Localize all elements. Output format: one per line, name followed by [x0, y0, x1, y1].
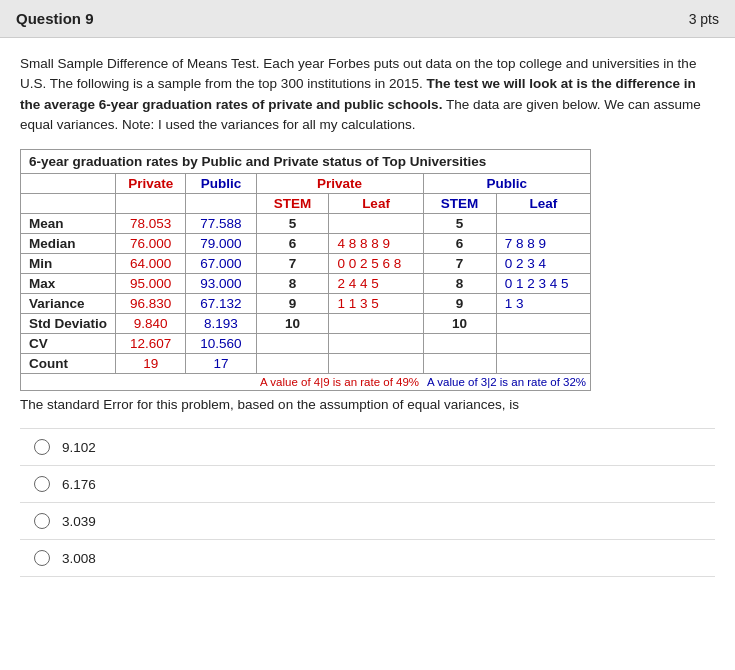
se-text: The standard Error for this problem, bas… [20, 397, 715, 412]
stem-private [256, 354, 329, 374]
stem-private: 10 [256, 314, 329, 334]
options-list: 9.1026.1763.0393.008 [20, 428, 715, 577]
leaf-header-public: Leaf [496, 194, 590, 214]
leaf-private [329, 334, 423, 354]
stat-label: Mean [21, 214, 116, 234]
stem-header-public: STEM [423, 194, 496, 214]
question-text: Small Sample Difference of Means Test. E… [20, 54, 715, 135]
stat-public: 10.560 [186, 334, 256, 354]
stat-label: Variance [21, 294, 116, 314]
leaf-private: 0 0 2 5 6 8 [329, 254, 423, 274]
leaf-private: 2 4 4 5 [329, 274, 423, 294]
note-private: A value of 4|9 is an rate of 49% [256, 374, 423, 391]
stat-label: Count [21, 354, 116, 374]
stat-private: 76.000 [116, 234, 186, 254]
radio-circle-3[interactable] [34, 550, 50, 566]
note-row: A value of 4|9 is an rate of 49% A value… [21, 374, 591, 391]
leaf-private [329, 314, 423, 334]
option-label-1: 6.176 [62, 477, 96, 492]
option-label-3: 3.008 [62, 551, 96, 566]
stat-label: CV [21, 334, 116, 354]
leaf-public: 7 8 8 9 [496, 234, 590, 254]
col-header-public-sl: Public [423, 174, 590, 194]
leaf-private [329, 354, 423, 374]
col-header-private-sl: Private [256, 174, 423, 194]
note-public: A value of 3|2 is an rate of 32% [423, 374, 590, 391]
stem-public: 10 [423, 314, 496, 334]
leaf-public [496, 214, 590, 234]
stat-private: 19 [116, 354, 186, 374]
option-item-2[interactable]: 3.039 [20, 503, 715, 540]
table-row: Variance96.83067.13291 1 3 591 3 [21, 294, 591, 314]
stem-public: 5 [423, 214, 496, 234]
stat-label: Min [21, 254, 116, 274]
table-row: Min64.00067.00070 0 2 5 6 870 2 3 4 [21, 254, 591, 274]
stat-private: 12.607 [116, 334, 186, 354]
option-item-1[interactable]: 6.176 [20, 466, 715, 503]
leaf-public [496, 314, 590, 334]
leaf-header-private: Leaf [329, 194, 423, 214]
radio-circle-2[interactable] [34, 513, 50, 529]
stem-private: 6 [256, 234, 329, 254]
stat-public: 17 [186, 354, 256, 374]
table-row: Median76.00079.00064 8 8 8 967 8 8 9 [21, 234, 591, 254]
stat-label: Std Deviatio [21, 314, 116, 334]
stat-private: 64.000 [116, 254, 186, 274]
table-row: Mean78.05377.58855 [21, 214, 591, 234]
stat-private: 96.830 [116, 294, 186, 314]
leaf-private: 4 8 8 8 9 [329, 234, 423, 254]
stem-public [423, 354, 496, 374]
stat-label: Median [21, 234, 116, 254]
col-header-private: Private [116, 174, 186, 194]
option-label-2: 3.039 [62, 514, 96, 529]
stem-public [423, 334, 496, 354]
question-pts: 3 pts [689, 11, 719, 27]
leaf-public [496, 354, 590, 374]
option-label-0: 9.102 [62, 440, 96, 455]
stat-public: 67.132 [186, 294, 256, 314]
stem-private: 7 [256, 254, 329, 274]
stem-private: 8 [256, 274, 329, 294]
stem-public: 6 [423, 234, 496, 254]
stem-private: 9 [256, 294, 329, 314]
table-row: CV12.60710.560 [21, 334, 591, 354]
stem-public: 9 [423, 294, 496, 314]
question-title: Question 9 [16, 10, 94, 27]
data-table: 6-year graduation rates by Public and Pr… [20, 149, 591, 391]
table-row: Count1917 [21, 354, 591, 374]
leaf-public: 0 2 3 4 [496, 254, 590, 274]
stat-private: 95.000 [116, 274, 186, 294]
stem-private: 5 [256, 214, 329, 234]
stem-header-private: STEM [256, 194, 329, 214]
stat-private: 78.053 [116, 214, 186, 234]
stat-public: 8.193 [186, 314, 256, 334]
leaf-private [329, 214, 423, 234]
option-item-3[interactable]: 3.008 [20, 540, 715, 577]
stem-public: 7 [423, 254, 496, 274]
stat-public: 79.000 [186, 234, 256, 254]
stat-public: 77.588 [186, 214, 256, 234]
leaf-public: 0 1 2 3 4 5 [496, 274, 590, 294]
option-item-0[interactable]: 9.102 [20, 428, 715, 466]
stem-private [256, 334, 329, 354]
radio-circle-0[interactable] [34, 439, 50, 455]
leaf-private: 1 1 3 5 [329, 294, 423, 314]
stat-public: 67.000 [186, 254, 256, 274]
stem-public: 8 [423, 274, 496, 294]
table-title: 6-year graduation rates by Public and Pr… [21, 150, 591, 174]
stat-public: 93.000 [186, 274, 256, 294]
radio-circle-1[interactable] [34, 476, 50, 492]
table-row: Max95.00093.00082 4 4 580 1 2 3 4 5 [21, 274, 591, 294]
leaf-public [496, 334, 590, 354]
content-area: Small Sample Difference of Means Test. E… [0, 38, 735, 593]
stat-private: 9.840 [116, 314, 186, 334]
question-header: Question 9 3 pts [0, 0, 735, 38]
table-row: Std Deviatio9.8408.1931010 [21, 314, 591, 334]
leaf-public: 1 3 [496, 294, 590, 314]
stat-label: Max [21, 274, 116, 294]
col-header-public: Public [186, 174, 256, 194]
